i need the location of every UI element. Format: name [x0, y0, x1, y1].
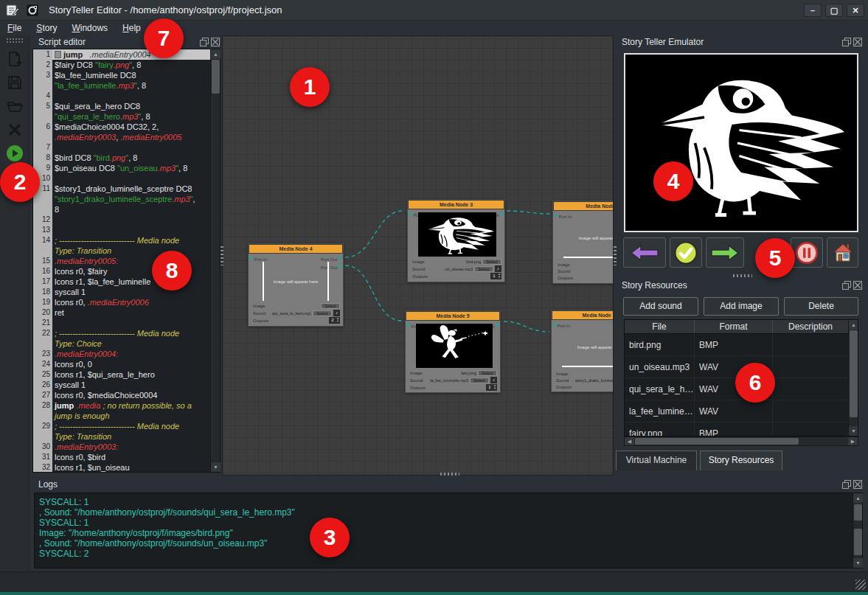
code-line: 31lcons r0, $bird: [33, 452, 210, 462]
menu-help[interactable]: Help: [115, 21, 148, 35]
minimize-button[interactable]: –: [804, 4, 822, 17]
code-line: 20ret: [33, 307, 210, 318]
log-line: , Sound: "/home/anthony/ostproj/f/sounds…: [35, 538, 862, 549]
resources-h-scrollbar[interactable]: ◀ ▶: [624, 436, 858, 446]
scroll-down-icon[interactable]: ▼: [211, 462, 221, 472]
annotation-badge: 1: [290, 67, 330, 107]
speaker-icon[interactable]: ♪: [495, 265, 501, 272]
speaker-icon[interactable]: ♪: [333, 310, 340, 316]
close-icon[interactable]: [853, 38, 862, 46]
float-icon[interactable]: [842, 480, 851, 489]
code-line: 8: [33, 204, 210, 215]
log-line: SYSCALL: 2: [35, 549, 862, 559]
splitter-handle[interactable]: [733, 274, 752, 277]
media-node-6[interactable]: Media Node 6 Port In Image will appear h…: [551, 310, 614, 392]
scroll-right-icon[interactable]: ▶: [848, 437, 858, 445]
close-button[interactable]: ✕: [847, 4, 864, 17]
menu-story[interactable]: Story: [29, 21, 64, 35]
select-sound-button[interactable]: Select: [474, 266, 493, 272]
save-icon[interactable]: [5, 73, 24, 92]
run-icon[interactable]: [5, 144, 24, 163]
splitter-handle[interactable]: [440, 473, 459, 476]
scroll-down-icon[interactable]: ▼: [849, 426, 858, 436]
scroll-left-icon[interactable]: ◀: [625, 437, 634, 445]
maximize-button[interactable]: ▢: [825, 4, 843, 17]
select-sound-button[interactable]: Select: [313, 310, 332, 316]
select-image-button[interactable]: Select: [478, 370, 497, 376]
delete-button[interactable]: Delete: [784, 297, 858, 316]
new-document-icon[interactable]: [5, 49, 24, 69]
media-node-3[interactable]: Media Node 3 Port In Port Out Imagebird.…: [407, 199, 505, 282]
media-node-clipped[interactable]: Media Node Port In Image will appear her…: [552, 201, 614, 284]
code-line: 27lcons r0, $mediaChoice0004: [33, 390, 210, 400]
menu-windows[interactable]: Windows: [64, 21, 115, 35]
emulator-home-button[interactable]: [827, 237, 858, 268]
resources-table-scrollbar[interactable]: ▲ ▼: [848, 320, 858, 436]
table-row[interactable]: fairy.pngBMP: [625, 422, 858, 436]
splitter-handle[interactable]: [614, 246, 617, 265]
node-title[interactable]: Media Node: [553, 201, 614, 211]
open-folder-icon[interactable]: [5, 97, 24, 116]
menu-file[interactable]: File: [0, 21, 29, 35]
scroll-up-icon[interactable]: ▲: [849, 320, 858, 330]
float-icon[interactable]: [200, 38, 209, 46]
add-image-button[interactable]: Add image: [704, 297, 779, 316]
scroll-up-icon[interactable]: ▲: [853, 493, 863, 503]
media-node-4[interactable]: Media Node 4 Port In Port Out Port Out I…: [248, 243, 344, 327]
close-icon[interactable]: [211, 38, 220, 46]
speaker-icon[interactable]: ♪: [490, 377, 497, 383]
window-title: StoryTeller Editor - /home/anthony/ostpr…: [49, 4, 282, 15]
close-project-icon[interactable]: [5, 120, 24, 139]
node-graph-canvas[interactable]: Media Node 4 Port In Port Out Port Out I…: [222, 35, 614, 476]
close-icon[interactable]: [853, 480, 862, 489]
tab-story-resources[interactable]: Story Resources: [700, 450, 782, 470]
add-sound-button[interactable]: Add sound: [623, 297, 698, 316]
node-title[interactable]: Media Node 4: [249, 244, 343, 254]
table-row[interactable]: bird.pngBMP: [625, 334, 858, 356]
column-format: Format: [695, 320, 773, 333]
float-icon[interactable]: [842, 38, 851, 46]
emulator-ok-button[interactable]: [670, 237, 702, 268]
logs-scrollbar[interactable]: ▲ ▼: [853, 493, 862, 568]
node-title[interactable]: Media Node 3: [408, 200, 504, 209]
code-line: 8$bird DC8 "bird.png", 8: [33, 153, 210, 163]
code-line: 1jump .mediaEntry0004: [33, 49, 210, 60]
pause-icon: [796, 242, 818, 264]
port-out-1[interactable]: Port Out: [321, 256, 341, 262]
emulator-previous-button[interactable]: [623, 237, 666, 268]
select-sound-button[interactable]: Select: [470, 377, 489, 383]
script-editor[interactable]: 1jump .mediaEntry00042$fairy DC8 "fairy.…: [32, 49, 221, 473]
script-editor-scrollbar[interactable]: ▲ ▼: [210, 49, 220, 472]
logs-header[interactable]: Logs: [38, 478, 864, 491]
resize-grip[interactable]: [855, 580, 866, 590]
outputs-stepper[interactable]: 2▲▼: [329, 317, 340, 324]
scroll-up-icon[interactable]: ▲: [211, 49, 221, 59]
resources-header[interactable]: Story Resources: [622, 279, 864, 292]
splitter-handle[interactable]: [221, 246, 223, 265]
title-bar[interactable]: StoryTeller Editor - /home/anthony/ostpr…: [0, 0, 868, 21]
float-icon[interactable]: [842, 281, 851, 290]
code-line: "story1_drako_luminelle_sceptre.mp3",: [33, 194, 210, 204]
select-image-button[interactable]: Select: [482, 259, 501, 265]
emulator-pause-button[interactable]: [791, 237, 823, 268]
emulator-next-button[interactable]: [706, 237, 744, 268]
table-row[interactable]: la_fee_luminelle.mp3WAV: [625, 400, 858, 422]
code-line: 18syscall 1: [33, 287, 210, 297]
annotation-badge: 8: [152, 251, 192, 290]
script-editor-header[interactable]: Script editor: [38, 35, 221, 49]
scroll-down-icon[interactable]: ▼: [853, 558, 863, 568]
tab-virtual-machine[interactable]: Virtual Machine: [616, 450, 697, 470]
node-title[interactable]: Media Node 6: [552, 310, 614, 320]
outputs-stepper[interactable]: 1▲▼: [490, 273, 501, 279]
select-image-button[interactable]: Select: [321, 303, 340, 309]
log-line: SYSCALL: 1: [35, 497, 862, 507]
code-line: 32lcons r1, $un_oiseau: [33, 462, 210, 472]
media-node-5[interactable]: Media Node 5 Port In Port Out Imagefairy…: [405, 310, 501, 393]
node-title[interactable]: Media Node 5: [406, 311, 500, 321]
toolbar-drag-handle[interactable]: [7, 38, 23, 44]
emulator-header[interactable]: Story Teller Emulator: [622, 35, 864, 49]
outputs-stepper[interactable]: 1▲▼: [486, 384, 497, 391]
logs-console[interactable]: SYSCALL: 1, Sound: "/home/anthony/ostpro…: [34, 493, 863, 568]
status-bar: [0, 571, 868, 592]
close-icon[interactable]: [853, 281, 862, 290]
